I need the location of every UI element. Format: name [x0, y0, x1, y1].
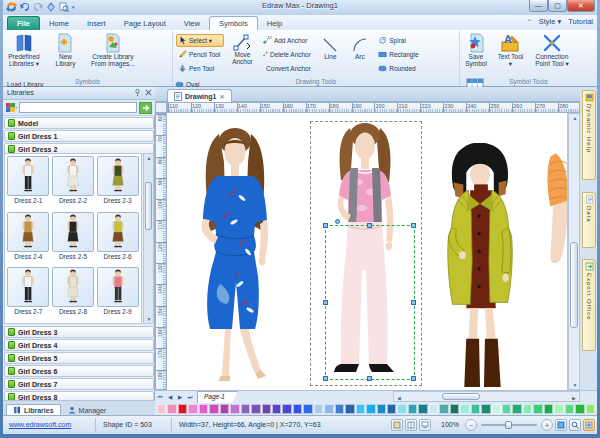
color-swatch[interactable] [178, 404, 187, 414]
connection-point-tool-button[interactable]: Connection Point Tool ▾ [529, 31, 575, 75]
last-page-button[interactable]: ⏭ [185, 392, 195, 402]
figure-blue-dress[interactable] [170, 124, 300, 390]
zoom-out-button[interactable]: − [465, 419, 477, 431]
thumbnail-dress-2-8[interactable]: Dress 2-8 [52, 267, 95, 321]
thumbnails-scrollbar[interactable]: ▲ ▼ [143, 153, 154, 324]
zoom-tool-button[interactable] [569, 419, 581, 431]
library-bar-girl-dress-1[interactable]: Girl Dress 1 [4, 130, 154, 142]
tab-file[interactable]: File [7, 16, 40, 30]
thumbnail-dress-2-7[interactable]: Dress 2-7 [7, 267, 50, 321]
add-anchor-button[interactable]: Add Anchor [261, 34, 313, 47]
line-tool-button[interactable]: Line [317, 31, 343, 75]
library-bar-girl-dress-5[interactable]: Girl Dress 5 [4, 352, 154, 364]
color-swatch[interactable] [450, 404, 459, 414]
vertical-scrollbar[interactable]: ▲ ▼ [568, 113, 580, 390]
thumbnail-dress-2-6[interactable]: Dress 2-6 [96, 212, 139, 266]
selection-handle[interactable] [411, 376, 416, 381]
scroll-down-icon[interactable]: ▼ [145, 315, 153, 323]
color-swatch[interactable] [377, 404, 386, 414]
selection-box[interactable] [325, 225, 415, 380]
delete-anchor-button[interactable]: Delete Anchor [261, 48, 313, 61]
pencil-tool-button[interactable]: Pencil Tool [176, 48, 224, 61]
convert-anchor-button[interactable]: Convert Anchor [261, 62, 313, 75]
predefined-libraries-button[interactable]: Predefined Libraries ▾ [3, 31, 45, 75]
symbol-sleeve-arm[interactable] [538, 146, 568, 276]
page-tab[interactable]: Page-1 [197, 391, 238, 403]
color-swatch[interactable] [314, 404, 323, 414]
thumbnail-dress-2-2[interactable]: Dress 2-2 [52, 156, 95, 210]
sidebar-tab-libraries[interactable]: Libraries [6, 404, 61, 415]
selection-handle[interactable] [411, 300, 416, 305]
collapse-ribbon-icon[interactable]: ⌃ [527, 18, 532, 25]
tab-insert[interactable]: Insert [78, 17, 115, 30]
color-swatch[interactable] [230, 404, 239, 414]
new-library-button[interactable]: New Library [49, 31, 81, 75]
thumbnail-dress-2-3[interactable]: Dress 2-3 [96, 156, 139, 210]
color-swatch[interactable] [481, 404, 490, 414]
save-symbol-button[interactable]: Save Symbol [460, 31, 492, 75]
selection-handle[interactable] [411, 223, 416, 228]
color-swatch[interactable] [220, 404, 229, 414]
color-swatch[interactable] [429, 404, 438, 414]
figure-coat-dress[interactable] [423, 143, 541, 389]
color-swatch[interactable] [471, 404, 480, 414]
minimize-button[interactable]: — [529, 0, 548, 12]
zoom-slider[interactable] [481, 424, 537, 426]
color-swatch[interactable] [554, 404, 563, 414]
sidebar-tab-manager[interactable]: Manager [62, 405, 113, 415]
scroll-up-icon[interactable]: ▲ [145, 154, 153, 162]
scroll-right-icon[interactable]: ▶ [570, 394, 578, 402]
color-swatch[interactable] [335, 404, 344, 414]
library-search-input[interactable] [19, 102, 137, 113]
color-swatch[interactable] [408, 404, 417, 414]
docked-tab-data[interactable]: Data [582, 192, 596, 248]
library-bar-model[interactable]: Model [4, 117, 154, 129]
color-swatch[interactable] [251, 404, 260, 414]
docked-tab-export-office[interactable]: Export Office [582, 259, 596, 351]
tab-view[interactable]: View [175, 17, 209, 30]
color-swatch[interactable] [502, 404, 511, 414]
next-page-button[interactable]: ▶ [175, 392, 185, 402]
pen-tool-button[interactable]: Pen Tool [176, 62, 224, 75]
pan-mode-button[interactable] [583, 419, 595, 431]
move-anchor-button[interactable]: Move Anchor [228, 31, 256, 75]
horizontal-scrollbar[interactable]: ◀ ▶ [393, 391, 580, 402]
select-tool-button[interactable]: Select ▾ [176, 34, 224, 47]
color-swatch[interactable] [209, 404, 218, 414]
tutorial-menu[interactable]: Tutorial [568, 17, 593, 26]
color-swatch[interactable] [188, 404, 197, 414]
color-swatch[interactable] [492, 404, 501, 414]
first-page-button[interactable]: ⏮ [155, 392, 165, 402]
color-swatch[interactable] [303, 404, 312, 414]
maximize-button[interactable]: ▢ [548, 0, 567, 12]
color-swatch[interactable] [387, 404, 396, 414]
color-swatch[interactable] [544, 404, 553, 414]
tab-home[interactable]: Home [40, 17, 78, 30]
color-swatch[interactable] [272, 404, 281, 414]
docked-tab-dynamic-help[interactable]: Dynamic Help [582, 90, 596, 180]
close-button[interactable]: ✕ [567, 0, 595, 12]
color-swatch[interactable] [523, 404, 532, 414]
zoom-slider-knob[interactable] [505, 421, 512, 429]
color-swatch[interactable] [512, 404, 521, 414]
thumbnail-dress-2-5[interactable]: Dress 2-5 [52, 212, 95, 266]
color-swatch[interactable] [262, 404, 271, 414]
scroll-up-icon[interactable]: ▲ [571, 114, 579, 122]
view-page-button[interactable] [405, 419, 417, 431]
selection-handle[interactable] [323, 376, 328, 381]
edrawsoft-link[interactable]: www.edrawsoft.com [9, 421, 71, 428]
zoom-in-button[interactable]: + [541, 419, 553, 431]
tab-close-icon[interactable]: ✕ [220, 93, 225, 100]
arc-tool-button[interactable]: Arc [348, 31, 372, 75]
color-swatch[interactable] [439, 404, 448, 414]
tab-symbols[interactable]: Symbols [209, 16, 258, 30]
selection-handle[interactable] [323, 300, 328, 305]
color-swatch[interactable] [460, 404, 469, 414]
thumbnail-dress-2-1[interactable]: Dress 2-1 [7, 156, 50, 210]
library-bar-girl-dress-4[interactable]: Girl Dress 4 [4, 339, 154, 351]
thumbnail-dress-2-9[interactable]: Dress 2-9 [96, 267, 139, 321]
rounded-rect-tool-button[interactable]: Rounded [376, 62, 424, 75]
create-library-from-images-button[interactable]: Create Library From Images... [86, 31, 140, 75]
color-swatch[interactable] [356, 404, 365, 414]
library-go-button[interactable] [139, 102, 152, 114]
